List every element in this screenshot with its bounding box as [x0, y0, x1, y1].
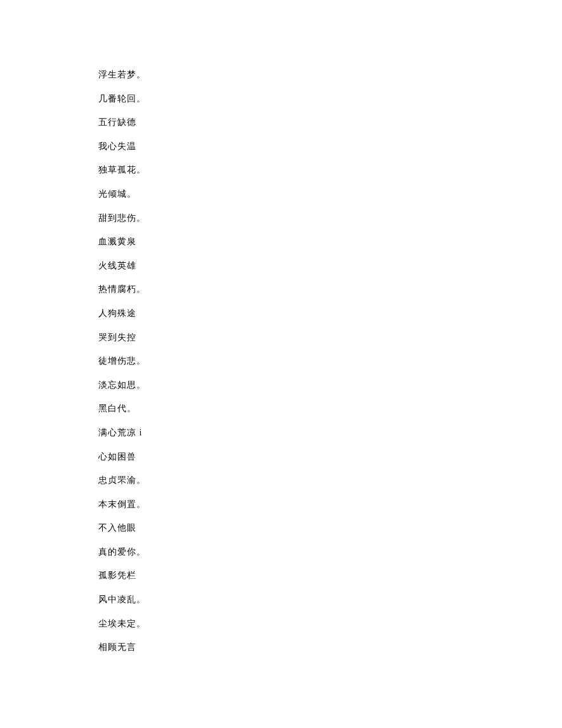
text-line: 独草孤花。 [98, 164, 562, 176]
text-line: 孤影凭栏 [98, 569, 562, 582]
text-line: 火线英雄 [98, 260, 562, 272]
text-line: 尘埃未定。 [98, 618, 562, 630]
text-line: 几番轮回。 [98, 93, 562, 105]
text-content: 浮生若梦。 几番轮回。 五行缺德 我心失温 独草孤花。 光倾城。 甜到悲伤。 血… [98, 69, 562, 654]
text-line: 心如困兽 [98, 451, 562, 463]
text-line: 我心失温 [98, 140, 562, 153]
text-line: 相顾无言 [98, 641, 562, 654]
text-line: 黑白代。 [98, 402, 562, 415]
text-line: 血溅黄泉 [98, 235, 562, 248]
text-line: 忠贞罘渝。 [98, 474, 562, 487]
text-line: 徒增伤悲。 [98, 355, 562, 367]
text-line: 光倾城。 [98, 188, 562, 201]
text-line: 满心荒凉 i [98, 427, 562, 439]
text-line: 甜到悲伤。 [98, 212, 562, 225]
text-line: 五行缺德 [98, 116, 562, 129]
text-line: 热情腐朽。 [98, 283, 562, 296]
text-line: 不入他眼 [98, 522, 562, 534]
text-line: 哭到失控 [98, 331, 562, 344]
text-line: 淡忘如思。 [98, 379, 562, 392]
text-line: 本末倒置。 [98, 498, 562, 511]
text-line: 人狗殊途 [98, 307, 562, 320]
text-line: 真的爱你。 [98, 546, 562, 559]
text-line: 风中凌乱。 [98, 593, 562, 606]
text-line: 浮生若梦。 [98, 69, 562, 81]
